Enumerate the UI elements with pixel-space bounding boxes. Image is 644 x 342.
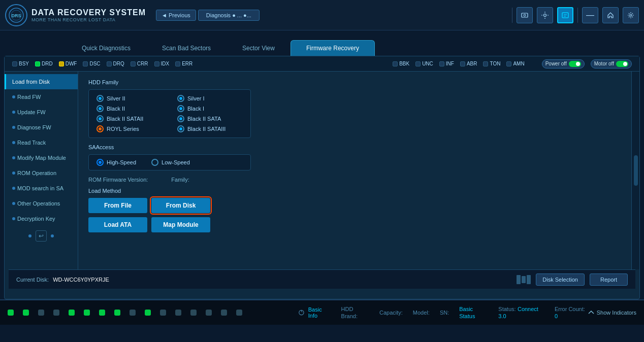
prev-button[interactable]: ◄ Previous xyxy=(156,10,196,21)
led-drq-label: DRQ xyxy=(113,61,124,66)
radio-high-speed[interactable]: High-Speed xyxy=(96,159,136,166)
refresh-icon xyxy=(298,309,305,317)
radio-black-ii-sata[interactable]: Black II SATA xyxy=(177,115,243,122)
status-item: Status: Connect 3.0 xyxy=(498,305,544,320)
home-btn[interactable] xyxy=(602,7,619,23)
radio-label: Silver I xyxy=(187,95,205,101)
radio-label: Black II SATA xyxy=(187,116,221,122)
bottom-status: Current Disk: WD-WCC6Y0YPXRJE Disk Selec… xyxy=(9,269,635,289)
settings-icon-btn[interactable] xyxy=(537,7,553,23)
show-indicators-label: Show Indicators xyxy=(597,310,636,316)
sidebar-item-mod-search[interactable]: MOD search in SA xyxy=(5,181,78,196)
map-module-button[interactable]: Map Module xyxy=(151,217,210,232)
error-count-value: 0 xyxy=(555,313,558,319)
scroll-thumb[interactable] xyxy=(634,155,638,186)
header: DRS DATA RECOVERY SYSTEM MORE THAN RECOV… xyxy=(0,0,644,30)
basic-info-item: Basic Info xyxy=(298,306,331,319)
power-toggle-switch[interactable] xyxy=(569,61,581,67)
show-indicators-button[interactable]: Show Indicators xyxy=(588,309,636,316)
indicator-bbk: BBK xyxy=(393,61,409,66)
gear-btn[interactable] xyxy=(623,7,639,23)
radio-inner xyxy=(99,107,102,110)
radio-black-ii[interactable]: Black II xyxy=(96,105,162,112)
sidebar-label: Read FW xyxy=(17,94,41,100)
motor-toggle-switch[interactable] xyxy=(616,61,628,67)
disk-segment-2 xyxy=(522,276,526,283)
led-dsc xyxy=(83,61,88,66)
indicator-idx: IDX xyxy=(154,61,170,66)
sidebar-item-read-track[interactable]: Read Track xyxy=(5,135,78,150)
sidebar-item-modify-map-module[interactable]: Modify Map Module xyxy=(5,150,78,165)
bottom-led-11 xyxy=(160,310,166,316)
indicator-dsc: DSC xyxy=(83,61,100,66)
tab-scan-bad-sectors[interactable]: Scan Bad Sectors xyxy=(146,40,227,56)
sidebar-item-other-operations[interactable]: Other Operations xyxy=(5,196,78,211)
sidebar-item-update-fw[interactable]: Update FW xyxy=(5,105,78,120)
hdd-brand-label: HDD Brand: xyxy=(341,306,358,319)
tab-quick-diagnostics[interactable]: Quick Diagnostics xyxy=(66,40,146,56)
radio-black-i[interactable]: Black I xyxy=(177,105,243,112)
report-button[interactable]: Report xyxy=(590,273,628,286)
bottom-led-9 xyxy=(130,310,136,316)
indicator-dwf: DWF xyxy=(59,61,77,66)
radio-inner xyxy=(179,107,182,110)
radio-silver-i[interactable]: Silver I xyxy=(177,95,243,102)
fw-version-item: ROM Firmware Version: xyxy=(88,177,151,183)
sidebar-label: Modify Map Module xyxy=(17,155,66,161)
radio-royl-series[interactable]: ROYL Series xyxy=(96,125,162,132)
radio-outer xyxy=(96,159,104,166)
logo-area: DRS DATA RECOVERY SYSTEM MORE THAN RECOV… xyxy=(5,4,146,26)
power-off-toggle[interactable]: Power off xyxy=(542,59,585,69)
led-dsc-label: DSC xyxy=(89,61,100,66)
logo-icon: DRS xyxy=(5,4,27,26)
breadcrumb-path: Diagnosis ● ... ●... xyxy=(198,10,260,21)
radio-inner xyxy=(99,161,102,164)
radio-outer xyxy=(177,105,184,112)
from-disk-button[interactable]: From Disk xyxy=(151,198,210,213)
sidebar-item-load-from-disk[interactable]: Load from Disk xyxy=(5,74,78,89)
bottom-led-12 xyxy=(175,310,181,316)
radio-low-speed[interactable]: Low-Speed xyxy=(151,159,190,166)
separator xyxy=(512,8,512,23)
led-ton-label: TON xyxy=(490,61,500,66)
sidebar-item-read-fw[interactable]: Read FW xyxy=(5,89,78,105)
fw-version-label: ROM Firmware Version: xyxy=(88,177,148,183)
sidebar-label: Update FW xyxy=(17,109,46,115)
basic-status-item: Basic Status xyxy=(459,305,488,320)
radio-label: ROYL Series xyxy=(107,126,139,132)
radio-outer xyxy=(96,105,104,112)
disk-selection-button[interactable]: Disk Selection xyxy=(536,273,585,286)
tab-sector-view[interactable]: Sector View xyxy=(227,40,291,56)
tab-firmware-recovery[interactable]: Firmware Recovery xyxy=(291,40,375,56)
radio-black-ii-sataii[interactable]: Black II SATAII xyxy=(96,115,162,122)
motor-off-toggle[interactable]: Motor off xyxy=(591,59,632,69)
led-err-label: ERR xyxy=(182,61,192,66)
capacity-item: Capacity: xyxy=(379,309,403,316)
hdd-family-section: HDD Family Silver II Silver I Black II xyxy=(88,79,621,138)
load-ata-button[interactable]: Load ATA xyxy=(88,217,147,232)
radio-outer xyxy=(96,115,104,122)
bottom-led-13 xyxy=(190,310,197,316)
minimize-btn[interactable]: — xyxy=(582,7,598,23)
led-bbk xyxy=(393,61,398,66)
led-crr xyxy=(131,61,136,66)
led-amn-label: AMN xyxy=(513,61,524,66)
back-arrow-btn[interactable]: ↩ xyxy=(36,230,47,242)
sidebar-dot xyxy=(12,217,15,220)
sidebar-item-diagnose-fw[interactable]: Diagnose FW xyxy=(5,120,78,135)
indicator-abr: ABR xyxy=(460,61,477,66)
radio-outer xyxy=(151,159,158,166)
bottom-led-indicators xyxy=(8,310,298,316)
radio-silver-ii[interactable]: Silver II xyxy=(96,95,162,102)
sidebar-dot-right xyxy=(51,234,54,237)
from-file-button[interactable]: From File xyxy=(88,198,147,213)
disk-icon-btn[interactable] xyxy=(517,7,533,23)
svg-text:DRS: DRS xyxy=(11,13,21,18)
active-icon-btn[interactable] xyxy=(557,7,573,23)
indicator-unc: UNC xyxy=(415,61,433,66)
sidebar-label: Load from Disk xyxy=(12,79,50,85)
radio-black-ii-sataiii[interactable]: Black II SATAIII xyxy=(177,125,243,132)
sidebar-item-rom-operation[interactable]: ROM Operation xyxy=(5,165,78,181)
sidebar-dot xyxy=(12,95,15,98)
sidebar-item-decryption-key[interactable]: Decryption Key xyxy=(5,211,78,226)
